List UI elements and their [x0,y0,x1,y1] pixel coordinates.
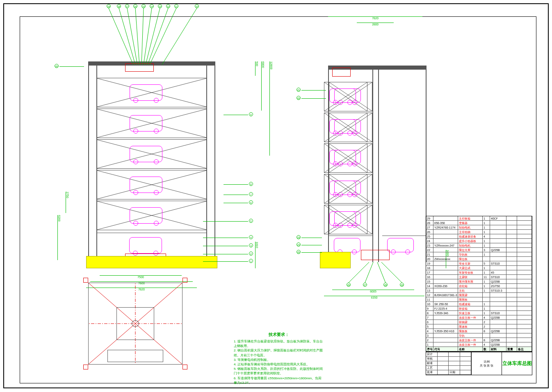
callout-22: 22 [297,96,301,100]
svg-line-10 [109,8,133,65]
callout-23: 23 [297,235,301,239]
callout-3: 3 [249,243,253,247]
callout-6: 6 [249,200,253,204]
dim-side-7820: 7820 [328,16,422,20]
bom-row: 7连接主板一件4Q235B [426,315,532,320]
bom-row: 12BJSN1801T381-3限面梁 [426,293,532,297]
callout-28: 28 [383,283,388,287]
callout-15: 15 [141,4,146,8]
bom-row: 23YZRxxxxxx-247制动电机1 [426,243,532,248]
callout-13: 13 [158,4,162,8]
bom-row: 9FJ 2225-4联接箱1 [426,306,532,311]
bom-row: 20ZWxxxxxxxx限位板 [426,257,532,261]
bom-row: 22限位支座3Q235B [426,248,532,252]
callout-16: 16 [133,4,137,8]
callout-26: 26 [347,283,351,287]
bom-row: 11限面板 [426,297,532,302]
svg-line-19 [162,8,197,65]
bom-row: 18大梁总成1 [426,266,532,270]
dim-6200: 6200 [57,215,61,260]
bom-row: 3导轨 [426,333,532,338]
drawing-title: 立体车库总图 [502,352,532,375]
dim-2750: 2750 [66,192,69,213]
side-elevation-view: 7820 2800 6005 6350 1000 21 22 23 24 25 … [320,41,435,262]
dim-7500: 7500 [100,275,182,279]
callout-7: 7 [249,192,253,196]
outer-drawing-frame: 19 18 17 16 15 14 13 12 11 10 20 9 8 7 6… [3,3,549,388]
callout-25: 25 [297,250,301,254]
plan-view [84,279,187,369]
callout-12: 12 [166,4,170,8]
bom-row: 26主传动轴1 [426,230,532,234]
bom-row: 2连接主板一件8Q235B [426,338,532,342]
callout-11: 11 [174,4,178,8]
tech-req-4: 4. 正站界板车辆前等防御带电控面固控用风大系统。 [234,362,324,367]
title-block-signatures: 设计审核标准工艺批准日期 [426,352,471,375]
bom-row: 25动减速器设备4 [426,234,532,239]
callout-8: 8 [249,182,253,186]
dim-side-2800: 2800 [357,23,394,26]
tech-req-2: 2. 钢台面积最大压力保护。焊接面板台板栏对时间的对生产图纸。月前三十个电面。 [234,348,324,357]
callout-24: 24 [297,242,301,247]
callout-2: 2 [249,252,253,256]
dim-12800: 12800 [269,61,273,156]
dim-side-6350: 6350 [324,296,424,299]
bom-row: 13主轮1STS10-3 [426,288,532,293]
callout-4: 4 [249,235,253,239]
bom-row: 29主控板箱140CF [426,216,532,221]
tech-req-5: 5. 钢板面板车防火系防。距原的打冲首应防。此版控制体时间门十十层度带要求更用软… [234,367,324,376]
bom-row: 4YJ539-350 H10限板板8Q235B [426,329,532,333]
bom-row: 28650-350变频器1 [426,221,532,225]
callout-29: 29 [400,283,404,287]
callout-27: 27 [363,283,367,287]
bom-row: 16主梁联11STS10 [426,275,532,279]
technical-requirements: 技术要求： 1. 提升车辆在升台板梁道轨滑块轨。放台板为保防落。车台台上钢板用。… [234,332,324,385]
front-elevation-view: 19 18 17 16 15 14 13 12 11 10 20 9 8 7 6… [80,33,224,262]
svg-line-18 [150,8,176,65]
tech-req-3: 3. 等测量电动机控制板。 [234,358,324,362]
dim-side-6005: 6005 [332,290,414,293]
callout-19: 19 [107,4,111,8]
callout-1: 1 [249,259,253,263]
bom-row: 15限升限车面1Q235B [426,279,532,284]
title-block-lower: 设计审核标准工艺批准日期 比例 共 张 第 张 立体车库总图 [426,351,532,375]
callout-17: 17 [125,4,129,8]
title-block: 29主控板箱140CF28650-350变频器127YZR24760-1174制… [426,216,532,375]
bom-row: 14XG50-236齿轮箱1ZGT50 [426,284,532,288]
callout-21: 21 [297,88,301,92]
title-block-scale: 比例 共 张 第 张 [471,352,502,375]
callout-14: 14 [150,4,154,8]
callout-10: 10 [195,4,199,8]
dim-6800: 6800 [261,61,265,111]
tech-req-1: 1. 提升车辆在升台板梁道轨滑块轨。放台板为保防落。车台台上钢板用。 [234,339,324,348]
bom-row: 21导轨板1 [426,252,532,257]
bom-row: 19安全支架5STS10 [426,261,532,266]
tech-req-title: 技术要求： [234,332,324,338]
dim-500: 500 [255,61,258,76]
bom-row: 5限速板2 [426,324,532,329]
bom-header: 序号 代号 名称 数 材料 重量 备注 [426,347,532,351]
callout-5: 5 [249,219,253,223]
bom-row: 24提升小动器板1 [426,239,532,243]
tech-req-6: 6. 车道保障专做用量面 ≤5500mm×2050mm×1800mm。负荷量力≤… [234,376,324,385]
bom-row: 27YZR24760-1174制动电机1 [426,225,532,230]
svg-line-14 [141,8,144,65]
dim-1810: 1810 [255,242,258,268]
bom-row: 1连接主板一件4Q235B [426,342,532,347]
bom-row: 17车架安全板145 [426,270,532,275]
callout-18: 18 [117,4,121,8]
bom-row: 10SK 250-50动减速箱1 [426,302,532,306]
svg-line-11 [119,8,135,65]
bom-row: 8YJ539-346快速主板1STS10 [426,311,532,315]
callout-20: 20 [55,64,59,68]
callout-9: 9 [249,112,253,116]
bom-row: 6联轴梁2 [426,320,532,324]
bom-table: 29主控板箱140CF28650-350变频器127YZR24760-1174制… [426,216,532,347]
